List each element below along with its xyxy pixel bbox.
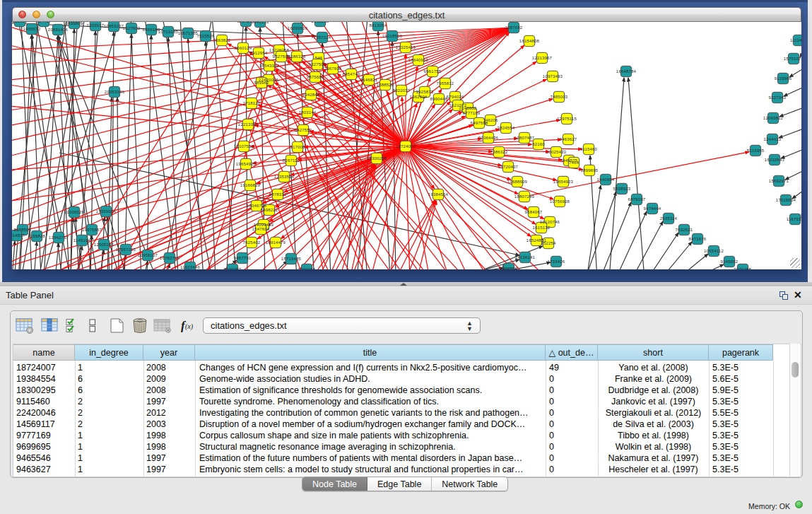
svg-text:9115460: 9115460 (580, 147, 598, 151)
svg-text:8454749: 8454749 (343, 72, 360, 76)
svg-text:1615132: 1615132 (533, 226, 551, 230)
svg-text:2935114: 2935114 (660, 216, 678, 221)
svg-text:1940153: 1940153 (252, 22, 269, 24)
svg-text:9899695: 9899695 (581, 168, 599, 173)
svg-text:7955812: 7955812 (437, 81, 454, 86)
svg-text:19975867: 19975867 (82, 228, 102, 232)
svg-text:13325419: 13325419 (396, 45, 416, 49)
svg-text:1244413: 1244413 (764, 137, 782, 141)
svg-text:1733426: 1733426 (548, 259, 565, 264)
svg-text:19166829: 19166829 (240, 183, 261, 187)
svg-text:20053346: 20053346 (105, 90, 125, 94)
svg-text:16648784: 16648784 (616, 69, 637, 74)
svg-text:7464: 7464 (569, 160, 579, 165)
svg-text:18640910: 18640910 (408, 58, 429, 62)
svg-text:8215955: 8215955 (747, 148, 765, 153)
svg-text:3875685: 3875685 (307, 75, 324, 79)
svg-text:12093822: 12093822 (763, 116, 784, 120)
svg-text:20691406: 20691406 (48, 28, 69, 32)
svg-text:7663822: 7663822 (213, 38, 231, 42)
svg-text:16543382: 16543382 (259, 64, 280, 68)
svg-text:12213967: 12213967 (532, 56, 553, 60)
svg-text:7632621: 7632621 (676, 228, 693, 232)
svg-text:8660124: 8660124 (235, 46, 252, 50)
svg-text:2967608: 2967608 (324, 66, 342, 71)
svg-text:1405572: 1405572 (23, 27, 41, 31)
svg-text:16033809: 16033809 (288, 26, 308, 30)
svg-text:7485003: 7485003 (551, 95, 568, 99)
svg-text:16107552: 16107552 (234, 144, 254, 148)
svg-text:9242155: 9242155 (298, 267, 316, 269)
svg-text:18724007: 18724007 (396, 144, 416, 148)
svg-text:17359924: 17359924 (96, 209, 117, 214)
svg-text:19218506: 19218506 (382, 34, 403, 38)
svg-text:12213369: 12213369 (238, 122, 259, 127)
svg-text:1527602: 1527602 (123, 26, 141, 30)
svg-text:16782759: 16782759 (160, 256, 180, 260)
svg-text:15751074: 15751074 (784, 57, 801, 61)
svg-text:18300295: 18300295 (367, 156, 387, 160)
svg-text:8990448: 8990448 (430, 97, 448, 101)
svg-text:5498222: 5498222 (261, 208, 278, 212)
svg-text:7386322: 7386322 (490, 150, 508, 154)
svg-text:17957255: 17957255 (116, 247, 136, 252)
svg-text:1588520: 1588520 (377, 83, 394, 87)
svg-text:1925873: 1925873 (416, 90, 434, 94)
svg-text:12505135: 12505135 (94, 243, 114, 247)
svg-text:9777169: 9777169 (463, 111, 481, 115)
svg-text:10120746: 10120746 (540, 220, 560, 224)
svg-text:3824554: 3824554 (498, 126, 515, 130)
svg-text:8471676: 8471676 (689, 237, 707, 241)
svg-text:2803144: 2803144 (299, 110, 317, 115)
svg-text:9146821: 9146821 (360, 78, 378, 82)
svg-text:8878332: 8878332 (269, 192, 287, 197)
svg-text:10958107: 10958107 (138, 253, 158, 257)
svg-text:2087682: 2087682 (505, 25, 523, 30)
svg-text:8813054: 8813054 (370, 23, 387, 28)
svg-text:9474444: 9474444 (644, 206, 661, 211)
svg-text:(x): (x) (185, 322, 194, 331)
svg-text:7357224: 7357224 (314, 35, 331, 40)
svg-text:62160: 62160 (532, 142, 545, 146)
svg-text:11923446: 11923446 (180, 265, 200, 269)
svg-text:1167533: 1167533 (787, 217, 801, 221)
svg-text:12353594: 12353594 (274, 175, 295, 179)
svg-text:917006: 917006 (290, 145, 305, 149)
svg-text:10853267: 10853267 (104, 24, 124, 28)
svg-text:10807487: 10807487 (514, 136, 535, 140)
svg-text:1203917: 1203917 (87, 23, 105, 28)
svg-text:19384554: 19384554 (428, 192, 449, 197)
svg-text:2100518: 2100518 (312, 22, 329, 23)
svg-text:10756928: 10756928 (550, 199, 570, 204)
svg-text:14136141: 14136141 (515, 255, 536, 259)
svg-text:9227343: 9227343 (769, 95, 787, 100)
svg-text:989962: 989962 (254, 81, 269, 85)
svg-text:8267110: 8267110 (283, 158, 300, 163)
svg-text:10654112: 10654112 (704, 249, 724, 253)
svg-text:10025433: 10025433 (546, 150, 567, 154)
svg-text:546: 546 (315, 56, 323, 60)
svg-text:12975115: 12975115 (557, 117, 577, 121)
svg-text:17016504: 17016504 (776, 198, 796, 202)
svg-text:2145602: 2145602 (459, 106, 477, 110)
svg-text:3914507: 3914507 (12, 233, 25, 238)
svg-text:6794024: 6794024 (447, 95, 464, 99)
svg-text:8186328: 8186328 (288, 54, 306, 59)
svg-text:15692971: 15692971 (769, 179, 789, 183)
svg-text:15720407: 15720407 (498, 165, 519, 169)
svg-text:8427552: 8427552 (295, 128, 312, 132)
svg-text:10973493: 10973493 (543, 74, 563, 78)
svg-text:8100253: 8100253 (224, 267, 242, 269)
svg-text:8322037: 8322037 (393, 88, 411, 93)
svg-text:9245652: 9245652 (721, 259, 739, 264)
svg-text:1640954: 1640954 (597, 177, 615, 182)
svg-text:9031265: 9031265 (734, 267, 752, 269)
svg-text:9129966: 9129966 (775, 76, 792, 81)
svg-text:10719185: 10719185 (158, 30, 179, 34)
svg-text:1145194: 1145194 (73, 238, 91, 243)
svg-text:9684067: 9684067 (525, 210, 543, 214)
svg-text:1362604: 1362604 (410, 95, 428, 99)
svg-text:12942757: 12942757 (49, 235, 69, 240)
svg-text:6310952: 6310952 (500, 267, 518, 269)
svg-text:9242848: 9242848 (302, 93, 320, 97)
